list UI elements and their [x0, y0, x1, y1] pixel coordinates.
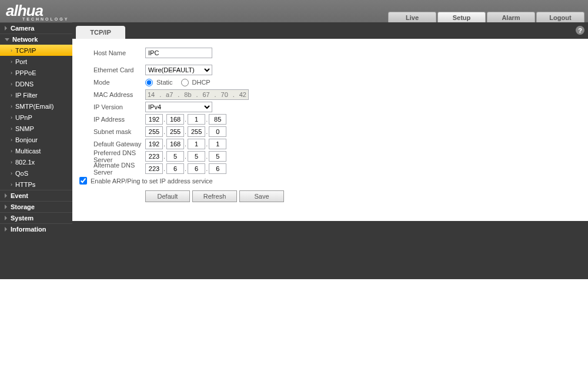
page-tab-strip: TCP/IP ? [72, 22, 588, 39]
triangle-right-icon [5, 216, 7, 220]
triangle-right-icon [5, 193, 7, 198]
chevron-right-icon: › [11, 70, 12, 76]
sidebar-item-ddns[interactable]: ›DDNS [0, 78, 72, 89]
chevron-right-icon: › [11, 182, 12, 187]
sidebar-item-snmp[interactable]: ›SNMP [0, 123, 72, 134]
mode-static-label: Static [156, 79, 173, 86]
sidebar-cat-label: System [11, 215, 34, 222]
sidebar-cat-information[interactable]: Information [0, 223, 72, 234]
tab-setup[interactable]: Setup [437, 12, 486, 22]
gateway-label: Default Gateway [93, 140, 145, 148]
dns1-oct-2[interactable] [166, 151, 184, 162]
sidebar-cat-label: Information [11, 226, 46, 233]
dns2-oct-1[interactable] [145, 163, 163, 174]
triangle-right-icon [5, 227, 7, 232]
sidebar-cat-system[interactable]: System [0, 212, 72, 223]
ethernet-card-label: Ethernet Card [93, 66, 145, 73]
arp-ping-label: Enable ARP/Ping to set IP address servic… [91, 177, 213, 185]
ethernet-card-select[interactable]: Wire(DEFAULT) [145, 65, 212, 75]
mode-static-radio[interactable] [145, 79, 153, 86]
mode-dhcp-label: DHCP [192, 79, 211, 86]
subnet-field: . . . [145, 126, 226, 137]
ip-version-label: IP Version [93, 103, 145, 110]
mode-dhcp-radio[interactable] [181, 79, 189, 86]
dns1-field: . . . [145, 151, 226, 162]
content: TCP/IP ? Host Name Ethernet Card Wire(DE… [72, 22, 588, 279]
dns1-oct-4[interactable] [209, 151, 226, 162]
chevron-right-icon: › [11, 59, 12, 65]
save-button[interactable]: Save [239, 190, 284, 202]
main: Camera Network ›TCP/IP ›Port ›PPPoE ›DDN… [0, 22, 588, 279]
sidebar-cat-event[interactable]: Event [0, 190, 72, 201]
sidebar-item-label: IP Filter [15, 92, 38, 99]
refresh-button[interactable]: Refresh [192, 190, 237, 202]
host-name-input[interactable] [145, 48, 212, 58]
sidebar-item-label: SNMP [15, 125, 34, 132]
brand-logo: alhua TECHNOLOGY [6, 2, 69, 21]
gw-oct-1[interactable] [145, 139, 163, 149]
tab-logout[interactable]: Logout [536, 12, 584, 22]
dns2-oct-3[interactable] [188, 163, 205, 174]
sidebar-cat-storage[interactable]: Storage [0, 201, 72, 212]
dns1-oct-1[interactable] [145, 151, 163, 162]
sidebar-item-port[interactable]: ›Port [0, 56, 72, 67]
ip-version-select[interactable]: IPv4 [145, 102, 212, 112]
gw-oct-3[interactable] [188, 139, 205, 149]
sidebar-item-bonjour[interactable]: ›Bonjour [0, 134, 72, 145]
chevron-right-icon: › [11, 103, 12, 109]
subnet-oct-3[interactable] [188, 126, 205, 137]
ip-oct-4[interactable] [209, 114, 226, 125]
subnet-oct-4[interactable] [209, 126, 226, 137]
sidebar-item-label: UPnP [15, 114, 32, 121]
sidebar-cat-network[interactable]: Network [0, 33, 72, 45]
arp-ping-checkbox[interactable] [79, 177, 87, 185]
sidebar-cat-label: Event [11, 192, 28, 199]
sidebar-item-ipfilter[interactable]: ›IP Filter [0, 89, 72, 100]
sidebar-item-qos[interactable]: ›QoS [0, 167, 72, 179]
gw-oct-2[interactable] [166, 139, 184, 149]
sidebar-item-https[interactable]: ›HTTPs [0, 179, 72, 190]
page-tab-tcpip[interactable]: TCP/IP [76, 26, 125, 39]
ip-address-label: IP Address [93, 116, 145, 123]
mac-address-field: 14. a7. 8b. 67. 70. 42 [145, 89, 249, 100]
sidebar-item-smtp[interactable]: ›SMTP(Email) [0, 100, 72, 112]
default-button[interactable]: Default [145, 190, 190, 202]
triangle-right-icon [5, 26, 7, 31]
sidebar-item-label: DDNS [15, 81, 34, 88]
sidebar-item-pppoe[interactable]: ›PPPoE [0, 67, 72, 78]
subnet-oct-2[interactable] [166, 126, 184, 137]
dns2-oct-4[interactable] [209, 163, 226, 174]
ip-oct-3[interactable] [188, 114, 205, 125]
sidebar: Camera Network ›TCP/IP ›Port ›PPPoE ›DDN… [0, 22, 72, 279]
sidebar-item-label: Multicast [15, 148, 41, 155]
sidebar-item-upnp[interactable]: ›UPnP [0, 112, 72, 123]
dns2-field: . . . [145, 163, 226, 174]
host-name-label: Host Name [93, 49, 145, 56]
mac-oct: 42 [239, 91, 246, 98]
sidebar-item-tcpip[interactable]: ›TCP/IP [0, 45, 72, 56]
tab-live[interactable]: Live [388, 12, 436, 22]
subnet-label: Subnet mask [93, 128, 145, 135]
chevron-right-icon: › [11, 115, 12, 120]
dns1-oct-3[interactable] [188, 151, 205, 162]
mode-label: Mode [93, 79, 145, 86]
subnet-oct-1[interactable] [145, 126, 163, 137]
sidebar-cat-label: Camera [11, 25, 34, 32]
help-icon[interactable]: ? [576, 26, 584, 35]
chevron-right-icon: › [11, 126, 12, 132]
chevron-right-icon: › [11, 48, 12, 53]
ip-oct-1[interactable] [145, 114, 163, 125]
chevron-right-icon: › [11, 159, 12, 165]
sidebar-item-label: Port [15, 58, 27, 65]
sidebar-item-multicast[interactable]: ›Multicast [0, 145, 72, 156]
tab-alarm[interactable]: Alarm [487, 12, 535, 22]
dns2-oct-2[interactable] [166, 163, 184, 174]
gw-oct-4[interactable] [209, 139, 226, 149]
sidebar-cat-camera[interactable]: Camera [0, 22, 72, 33]
sidebar-item-8021x[interactable]: ›802.1x [0, 156, 72, 167]
ip-oct-2[interactable] [166, 114, 184, 125]
sidebar-item-label: TCP/IP [15, 47, 36, 54]
sidebar-item-label: SMTP(Email) [15, 103, 54, 110]
sidebar-item-label: HTTPs [15, 181, 35, 188]
dns2-label: Alternate DNS Server [93, 162, 145, 176]
